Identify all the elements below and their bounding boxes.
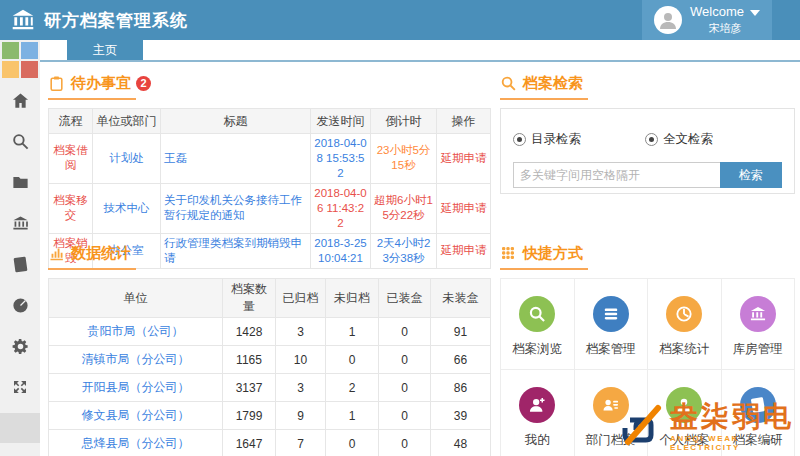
book-icon[interactable] [10, 254, 30, 274]
sidebar [0, 40, 40, 456]
archived-count: 7 [276, 430, 326, 456]
shortcut-label: 个人档案 [659, 432, 709, 449]
unit-link[interactable]: 修文县局（分公司） [49, 402, 223, 430]
stats-row: 开阳县局（分公司） 3137 3 2 0 86 [49, 374, 491, 402]
shortcut-label: 档案统计 [659, 341, 709, 358]
shortcut-dept-archive[interactable]: 部门档案 [575, 370, 649, 456]
todo-row: 档案借阅 计划处 王磊 2018-04-08 15:53:52 23小时5分15… [49, 134, 491, 184]
folder-icon[interactable] [10, 172, 30, 192]
col-unarchived: 未归档 [326, 279, 379, 318]
bank-icon[interactable] [10, 213, 30, 233]
app-header: 研方档案管理系统 Welcome 宋培彦 [0, 0, 800, 40]
col-subject: 标题 [161, 109, 311, 134]
search-icon[interactable] [10, 131, 30, 151]
gear-icon[interactable] [10, 336, 30, 356]
logo-square-orange [2, 61, 19, 78]
countdown: 超期6小时15分22秒 [371, 183, 437, 233]
stats-title: 数据统计 [71, 244, 131, 263]
subject-link[interactable]: 王磊 [161, 134, 311, 184]
bar-chart-icon [48, 245, 65, 262]
shortcut-warehouse-manage[interactable]: 库房管理 [722, 279, 796, 370]
browse-search-icon [519, 296, 555, 332]
total-count: 1799 [223, 402, 276, 430]
dept-link[interactable]: 计划处 [93, 134, 161, 184]
keyword-input[interactable] [513, 162, 720, 188]
todo-row: 档案移交 技术中心 关于印发机关公务接待工作暂行规定的通知 2018-04-06… [49, 183, 491, 233]
logo-square-blue [21, 42, 38, 59]
total-count: 1428 [223, 318, 276, 346]
col-boxed: 已装盒 [379, 279, 431, 318]
unboxed-count: 48 [431, 430, 491, 456]
stats-row: 贵阳市局（公司） 1428 3 1 0 91 [49, 318, 491, 346]
archived-count: 9 [276, 402, 326, 430]
todo-count-badge: 2 [136, 76, 151, 91]
unarchived-count: 1 [326, 402, 379, 430]
user-menu[interactable]: Welcome 宋培彦 [642, 0, 772, 40]
send-time: 2018-04-08 15:53:52 [311, 134, 371, 184]
section-underline [500, 268, 588, 270]
shortcut-archive-manage[interactable]: 档案管理 [575, 279, 649, 370]
pie-clock-icon [666, 296, 702, 332]
shortcuts-title: 快捷方式 [523, 244, 583, 263]
unboxed-count: 86 [431, 374, 491, 402]
shortcuts-section: 快捷方式 档案浏览 档案管理 [500, 242, 795, 456]
flow-type: 档案借阅 [49, 134, 93, 184]
shortcut-archive-browse[interactable]: 档案浏览 [501, 279, 575, 370]
unit-link[interactable]: 清镇市局（分公司） [49, 346, 223, 374]
shortcuts-grid: 档案浏览 档案管理 档案统计 [500, 278, 795, 456]
stats-table: 单位 档案数量 已归档 未归档 已装盒 未装盒 贵阳市局（公司） 1428 3 … [48, 278, 491, 456]
stats-header-row: 单位 档案数量 已归档 未归档 已装盒 未装盒 [49, 279, 491, 318]
todo-section: 待办事宜 2 流程 单位或部门 标题 发送时间 倒计时 操作 [48, 72, 490, 269]
radio-label: 全文检索 [663, 131, 713, 148]
dept-link[interactable]: 技术中心 [93, 183, 161, 233]
main-content: 待办事宜 2 流程 单位或部门 标题 发送时间 倒计时 操作 [40, 62, 800, 456]
unarchived-count: 2 [326, 374, 379, 402]
logo-square-green [2, 42, 19, 59]
sidebar-footer-strip [0, 413, 40, 443]
unboxed-count: 91 [431, 318, 491, 346]
radio-fulltext-search[interactable]: 全文检索 [645, 131, 713, 148]
col-archived: 已归档 [276, 279, 326, 318]
unarchived-count: 0 [326, 430, 379, 456]
user-info: Welcome 宋培彦 [690, 4, 760, 35]
col-total: 档案数量 [223, 279, 276, 318]
boxed-count: 0 [379, 402, 431, 430]
radio-icon[interactable] [513, 133, 526, 146]
search-button[interactable]: 检索 [720, 162, 782, 188]
delay-request-link[interactable]: 延期申请 [437, 183, 491, 233]
unit-link[interactable]: 贵阳市局（公司） [49, 318, 223, 346]
col-unit: 单位 [49, 279, 223, 318]
unit-link[interactable]: 开阳县局（分公司） [49, 374, 223, 402]
app-title: 研方档案管理系统 [44, 9, 188, 32]
archived-count: 3 [276, 318, 326, 346]
boxed-count: 0 [379, 374, 431, 402]
subject-link[interactable]: 关于印发机关公务接待工作暂行规定的通知 [161, 183, 311, 233]
col-send-time: 发送时间 [311, 109, 371, 134]
person-icon [666, 387, 702, 423]
user-avatar [654, 6, 682, 34]
delay-request-link[interactable]: 延期申请 [437, 134, 491, 184]
shortcut-label: 我的 [525, 432, 550, 449]
archive-search-section: 档案检索 目录检索 全文检索 检索 [500, 72, 795, 194]
home-icon[interactable] [10, 90, 30, 110]
unboxed-count: 39 [431, 402, 491, 430]
unit-link[interactable]: 息烽县局（分公司） [49, 430, 223, 456]
expand-icon[interactable] [10, 377, 30, 397]
book-white-icon [740, 387, 776, 423]
shortcut-mine[interactable]: 我的 [501, 370, 575, 456]
grid-dots-icon [500, 245, 517, 262]
tab-home[interactable]: 主页 [67, 40, 143, 60]
total-count: 1165 [223, 346, 276, 374]
shortcut-label: 档案管理 [586, 341, 636, 358]
boxed-count: 0 [379, 430, 431, 456]
radio-icon[interactable] [645, 133, 658, 146]
unarchived-count: 0 [326, 346, 379, 374]
boxed-count: 0 [379, 346, 431, 374]
shortcut-label: 部门档案 [586, 432, 636, 449]
shortcut-archive-compile[interactable]: 档案编研 [722, 370, 796, 456]
shortcut-personal-archive[interactable]: 个人档案 [648, 370, 722, 456]
shortcut-label: 库房管理 [733, 341, 783, 358]
shortcut-archive-stats[interactable]: 档案统计 [648, 279, 722, 370]
pie-chart-icon[interactable] [10, 295, 30, 315]
radio-catalog-search[interactable]: 目录检索 [513, 131, 581, 148]
